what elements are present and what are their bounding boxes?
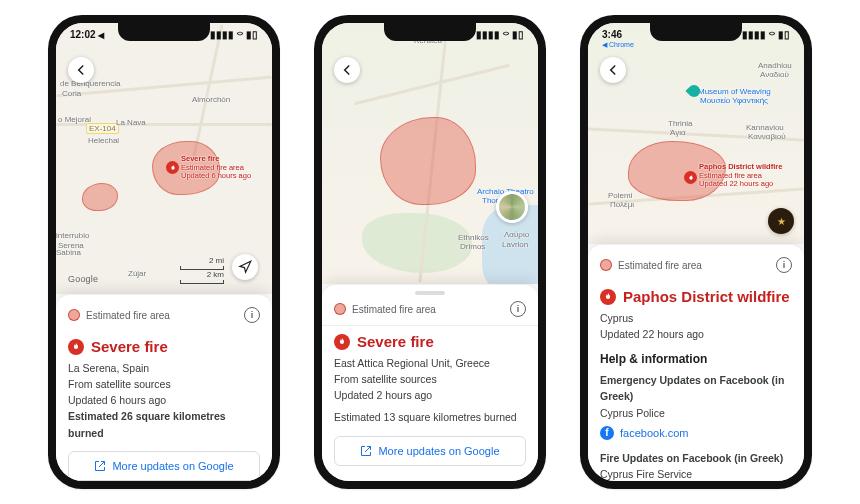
- signal-icon: ▮▮▮▮: [476, 29, 500, 40]
- fire-icon: [334, 334, 350, 350]
- back-button[interactable]: [68, 57, 94, 83]
- help-item: Fire Updates on Facebook (in Greek) Cypr…: [600, 450, 792, 481]
- fire-map-label: Paphos District wildfire Estimated fire …: [699, 163, 782, 189]
- map-place-label: Αναδιού: [760, 70, 789, 79]
- alert-title: Paphos District wildfire: [623, 289, 790, 306]
- map-view[interactable]: de Benquerencia Coria Almorchón o Mejora…: [56, 23, 272, 294]
- recenter-button[interactable]: [232, 254, 258, 280]
- fire-area-swatch-icon: [334, 303, 346, 315]
- map-place-label: Thrinia: [668, 119, 692, 128]
- divider: [322, 325, 538, 326]
- map-view[interactable]: Κερατέα Keratea Archaio Theatro Thorikou…: [322, 23, 538, 284]
- alert-title: Severe fire: [91, 339, 168, 356]
- notch: [384, 23, 476, 41]
- map-road-shield: EX-104: [86, 123, 119, 134]
- battery-icon: ▮▯: [512, 29, 524, 40]
- screen: ▮▮▮▮ ⌔ ▮▯ Κερατέα Keratea Archaio Theatr…: [322, 23, 538, 481]
- map-road: [354, 64, 510, 106]
- map-place-label: Zújar: [128, 269, 146, 278]
- svg-marker-0: [240, 261, 251, 272]
- fire-legend-row: Estimated fire area i: [322, 299, 538, 325]
- map-place-label: Άγια: [670, 128, 686, 137]
- map-place-label: Drimos: [460, 242, 485, 251]
- battery-icon: ▮▯: [246, 29, 258, 40]
- bottom-sheet[interactable]: Estimated fire area i Severe fire La Ser…: [56, 294, 272, 481]
- fire-area-swatch-icon: [600, 259, 612, 271]
- map-layers-button[interactable]: ★: [768, 208, 794, 234]
- map-place-label: Ethnikos: [458, 233, 489, 242]
- map-place-label: Serena: [58, 241, 84, 250]
- map-poi-label[interactable]: Μουσείο Υφαντικής: [700, 96, 768, 105]
- alert-meta: East Attica Regional Unit, Greece From s…: [334, 355, 526, 426]
- legend-info-button[interactable]: i: [510, 301, 526, 317]
- map-place-label: Coria: [62, 89, 81, 98]
- map-greenpatch: [362, 213, 472, 273]
- map-scale: 2 mi 2 km: [180, 256, 224, 284]
- screen: 3:46 ▮▮▮▮ ⌔ ▮▯ ◀ Chrome Χρυσοχούς Anadhi…: [588, 23, 804, 481]
- map-place-label: Almorchón: [192, 95, 230, 104]
- fire-map-label: Severe fire Estimated fire area Updated …: [181, 155, 251, 181]
- bottom-sheet[interactable]: Estimated fire area i Paphos District wi…: [588, 244, 804, 481]
- map-place-label: Κανναβιού: [748, 132, 786, 141]
- notch: [118, 23, 210, 41]
- signal-icon: ▮▮▮▮: [742, 29, 766, 40]
- wifi-icon: ⌔: [237, 29, 243, 40]
- back-to-app-link[interactable]: ◀ Chrome: [602, 41, 634, 49]
- map-poi-label[interactable]: Museum of Weaving: [698, 87, 771, 96]
- help-heading: Help & information: [600, 352, 792, 366]
- chevron-left-icon: [340, 63, 354, 77]
- legend-label: Estimated fire area: [618, 260, 702, 271]
- map-place-label: Λαύριο: [504, 230, 529, 239]
- phone-mockup: 3:46 ▮▮▮▮ ⌔ ▮▯ ◀ Chrome Χρυσοχούς Anadhi…: [580, 15, 812, 489]
- navigation-icon: [238, 260, 252, 274]
- help-item-link[interactable]: f facebook.com: [600, 426, 792, 440]
- sheet-drag-handle[interactable]: [415, 291, 445, 295]
- screen: 12:02 ◀ ▮▮▮▮ ⌔ ▮▯ de Benquerencia Coria …: [56, 23, 272, 481]
- fire-marker-icon[interactable]: [166, 161, 179, 174]
- fire-marker-icon[interactable]: [684, 171, 697, 184]
- alert-title: Severe fire: [357, 334, 434, 351]
- map-place-label: interrubio: [56, 231, 89, 240]
- wifi-icon: ⌔: [769, 29, 775, 40]
- notch: [650, 23, 742, 41]
- map-place-label: de Benquerencia: [60, 79, 121, 88]
- map-place-label: La Nava: [116, 118, 146, 127]
- map-place-label: Polemi: [608, 191, 632, 200]
- bottom-sheet[interactable]: Estimated fire area i Severe fire East A…: [322, 284, 538, 481]
- map-place-label: Helechal: [88, 136, 119, 145]
- facebook-icon: f: [600, 426, 614, 440]
- help-item: Emergency Updates on Facebook (in Greek)…: [600, 372, 792, 421]
- map-place-label: Kannaviou: [746, 123, 784, 132]
- legend-info-button[interactable]: i: [776, 257, 792, 273]
- open-in-new-icon: [360, 445, 372, 457]
- map-view[interactable]: Χρυσοχούς Anadhiou Αναδιού Museum of Wea…: [588, 23, 804, 244]
- open-in-new-icon: [94, 460, 106, 472]
- map-place-label: Πολέμι: [610, 200, 634, 209]
- more-updates-button[interactable]: More updates on Google: [68, 451, 260, 481]
- fire-legend-row: Estimated fire area i: [56, 305, 272, 331]
- battery-icon: ▮▯: [778, 29, 790, 40]
- fire-legend-row: Estimated fire area i: [588, 255, 804, 281]
- phone-mockup: 12:02 ◀ ▮▮▮▮ ⌔ ▮▯ de Benquerencia Coria …: [48, 15, 280, 489]
- fire-area-polygon: [380, 117, 476, 205]
- legend-label: Estimated fire area: [352, 304, 436, 315]
- map-place-label: Lavrion: [502, 240, 528, 249]
- map-layers-button[interactable]: [496, 191, 528, 223]
- back-button[interactable]: [334, 57, 360, 83]
- fire-icon: [600, 289, 616, 305]
- fire-area-swatch-icon: [68, 309, 80, 321]
- map-attribution: Google: [68, 274, 98, 284]
- more-updates-button[interactable]: More updates on Google: [334, 436, 526, 466]
- location-arrow-icon: ◀: [98, 31, 104, 40]
- map-place-label: Anadhiou: [758, 61, 792, 70]
- legend-label: Estimated fire area: [86, 310, 170, 321]
- chevron-left-icon: [74, 63, 88, 77]
- wifi-icon: ⌔: [503, 29, 509, 40]
- fire-icon: [68, 339, 84, 355]
- alert-meta: Cyprus Updated 22 hours ago: [600, 310, 792, 343]
- back-button[interactable]: [600, 57, 626, 83]
- status-time: 3:46: [602, 29, 622, 40]
- legend-info-button[interactable]: i: [244, 307, 260, 323]
- alert-meta: La Serena, Spain From satellite sources …: [68, 360, 260, 441]
- chevron-left-icon: [606, 63, 620, 77]
